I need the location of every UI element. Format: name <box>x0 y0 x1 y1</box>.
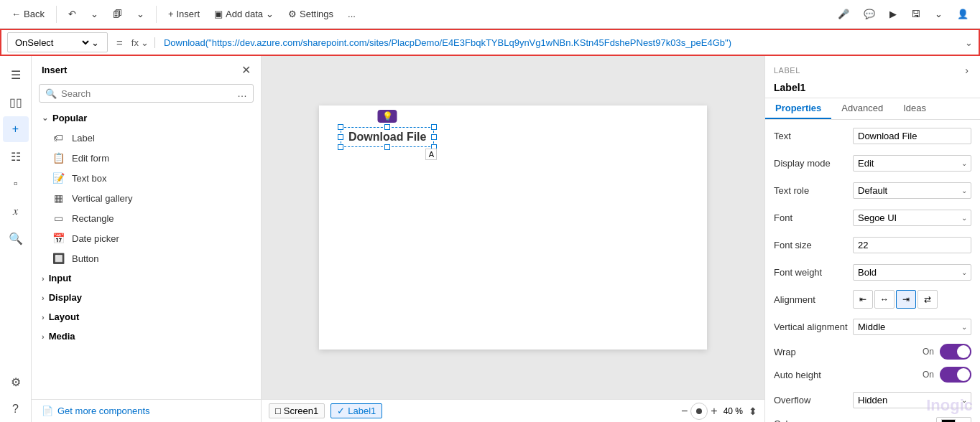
mic-icon[interactable]: 🎤 <box>832 6 855 22</box>
alignment-control: ⇤ ↔ ⇥ ⇄ <box>853 290 971 309</box>
comment-icon[interactable]: 💬 <box>858 6 881 22</box>
sidebar-icons: ☰ ▯▯ + ☷ ▫ 𝑥 🔍 ⚙ ? <box>0 56 32 422</box>
add-data-button[interactable]: ▣ Add data ⌄ <box>208 6 279 22</box>
zoom-controls: − + 40 % <box>681 403 743 420</box>
vertical-gallery-icon: ▦ <box>52 192 65 205</box>
text-label: Text <box>774 131 853 141</box>
search-input[interactable] <box>61 88 233 99</box>
insert-item-button[interactable]: 🔲 Button <box>32 248 261 268</box>
insert-item-text-box[interactable]: 📝 Text box <box>32 168 261 188</box>
prop-row-alignment: Alignment ⇤ ↔ ⇥ ⇄ <box>774 289 971 309</box>
handle-top-middle[interactable] <box>384 124 390 130</box>
prop-element-name: Label1 <box>765 82 980 98</box>
prop-panel-chevron[interactable]: › <box>962 62 971 79</box>
add-data-chevron: ⌄ <box>266 9 274 19</box>
handle-right-middle[interactable] <box>431 134 437 140</box>
button-icon: 🔲 <box>52 252 65 265</box>
insert-item-date-picker[interactable]: 📅 Date picker <box>32 228 261 248</box>
category-display[interactable]: › Display <box>32 288 261 307</box>
vertical-alignment-select[interactable]: Middle <box>853 319 971 335</box>
canvas-label-icon[interactable]: 💡 <box>378 110 397 123</box>
font-size-control <box>853 237 971 253</box>
prop-header: LABEL › <box>765 56 980 82</box>
formula-selector-dropdown[interactable]: OnSelect <box>12 37 91 49</box>
search-options-button[interactable]: … <box>237 88 247 99</box>
sidebar-tree-icon[interactable]: ☷ <box>3 144 29 169</box>
sidebar-insert-icon[interactable]: + <box>3 116 29 142</box>
prop-row-color: Color ⌄ <box>774 417 971 422</box>
auto-height-label: Auto height <box>774 370 821 380</box>
fx-dropdown-icon: ⌄ <box>141 37 149 48</box>
category-media[interactable]: › Media <box>32 327 261 346</box>
sidebar-help-icon[interactable]: ? <box>3 396 29 422</box>
sidebar-hamburger-icon[interactable]: ☰ <box>3 62 29 88</box>
settings-button[interactable]: ⚙ Settings <box>282 6 339 22</box>
expand-button[interactable]: ⬍ <box>749 405 757 417</box>
chevron-right-icon-4: › <box>42 332 45 341</box>
undo-button[interactable]: ↶ <box>63 6 82 22</box>
copy-button[interactable]: 🗐 <box>107 6 128 22</box>
prop-section: Text Display mode Edit ⌄ <box>765 120 980 422</box>
paste-dropdown-button[interactable]: ⌄ <box>131 6 150 22</box>
font-weight-select[interactable]: Bold <box>853 264 971 281</box>
get-more-components-link[interactable]: 📄 Get more components <box>32 399 261 422</box>
save-icon[interactable]: 🖫 <box>905 6 926 22</box>
toolbar: ← Back ↶ ⌄ 🗐 ⌄ + Insert ▣ Add data ⌄ ⚙ S… <box>0 0 980 29</box>
handle-left-middle[interactable] <box>338 134 343 140</box>
handle-top-right[interactable] <box>431 124 437 130</box>
sidebar-shapes-icon[interactable]: ▫ <box>3 171 29 197</box>
insert-item-rectangle[interactable]: ▭ Rectangle <box>32 208 261 228</box>
text-role-select[interactable]: Default <box>853 182 971 199</box>
canvas-label-element[interactable]: 💡 Download File A <box>341 127 434 147</box>
search-box[interactable]: 🔍 … <box>39 84 254 103</box>
align-left-button[interactable]: ⇤ <box>853 290 873 309</box>
insert-item-edit-form[interactable]: 📋 Edit form <box>32 148 261 168</box>
wrap-toggle[interactable] <box>940 344 971 360</box>
insert-item-label[interactable]: 🏷 Label <box>32 128 261 148</box>
category-layout[interactable]: › Layout <box>32 307 261 327</box>
zoom-out-button[interactable]: − <box>681 405 688 418</box>
auto-height-toggle[interactable] <box>940 367 971 383</box>
more-button[interactable]: ... <box>342 6 361 22</box>
align-right-button[interactable]: ⇥ <box>896 290 916 309</box>
font-size-input[interactable] <box>853 237 971 253</box>
formula-expand-icon[interactable]: ⌄ <box>965 37 973 48</box>
formula-input[interactable] <box>164 37 953 48</box>
insert-button[interactable]: + Insert <box>162 6 205 22</box>
tab-properties[interactable]: Properties <box>765 98 831 119</box>
align-justify-button[interactable]: ⇄ <box>917 290 938 309</box>
label-check-icon: ✓ <box>337 405 345 416</box>
font-select[interactable]: Segoe UI <box>853 210 971 226</box>
category-input[interactable]: › Input <box>32 268 261 288</box>
zoom-in-button[interactable]: + <box>711 405 717 418</box>
settings-icon: ⚙ <box>288 9 297 19</box>
prop-row-font-weight: Font weight Bold ⌄ <box>774 262 971 282</box>
prop-row-text-role: Text role Default ⌄ <box>774 180 971 200</box>
handle-bottom-middle[interactable] <box>384 144 390 150</box>
insert-panel-close-button[interactable]: ✕ <box>241 63 251 77</box>
color-swatch[interactable]: ⌄ <box>936 417 971 422</box>
back-button[interactable]: ← Back <box>6 6 50 22</box>
undo-dropdown-button[interactable]: ⌄ <box>85 6 104 22</box>
tab-ideas[interactable]: Ideas <box>893 98 936 119</box>
text-input[interactable] <box>853 128 971 144</box>
chevron-right-icon-3: › <box>42 313 45 322</box>
sidebar-variable-icon[interactable]: 𝑥 <box>3 198 29 224</box>
formula-selector[interactable]: OnSelect ⌄ <box>7 32 108 52</box>
sidebar-layers-icon[interactable]: ▯▯ <box>3 89 29 115</box>
account-icon[interactable]: 👤 <box>951 6 974 22</box>
sidebar-settings-icon[interactable]: ⚙ <box>3 369 29 395</box>
align-center-button[interactable]: ↔ <box>874 290 895 309</box>
tab-advanced[interactable]: Advanced <box>831 98 893 119</box>
category-popular[interactable]: ⌄ Popular <box>32 108 261 128</box>
play-icon[interactable]: ▶ <box>884 6 902 22</box>
screen1-tab[interactable]: □ Screen1 <box>269 403 325 418</box>
insert-item-vertical-gallery[interactable]: ▦ Vertical gallery <box>32 188 261 208</box>
sidebar-search-icon[interactable]: 🔍 <box>3 225 29 251</box>
handle-bottom-left[interactable] <box>338 144 343 150</box>
save-dropdown-button[interactable]: ⌄ <box>929 6 948 22</box>
date-picker-icon: 📅 <box>52 232 65 245</box>
handle-top-left[interactable] <box>338 124 343 130</box>
label1-tab[interactable]: ✓ Label1 <box>330 403 382 418</box>
display-mode-select[interactable]: Edit <box>853 155 971 172</box>
